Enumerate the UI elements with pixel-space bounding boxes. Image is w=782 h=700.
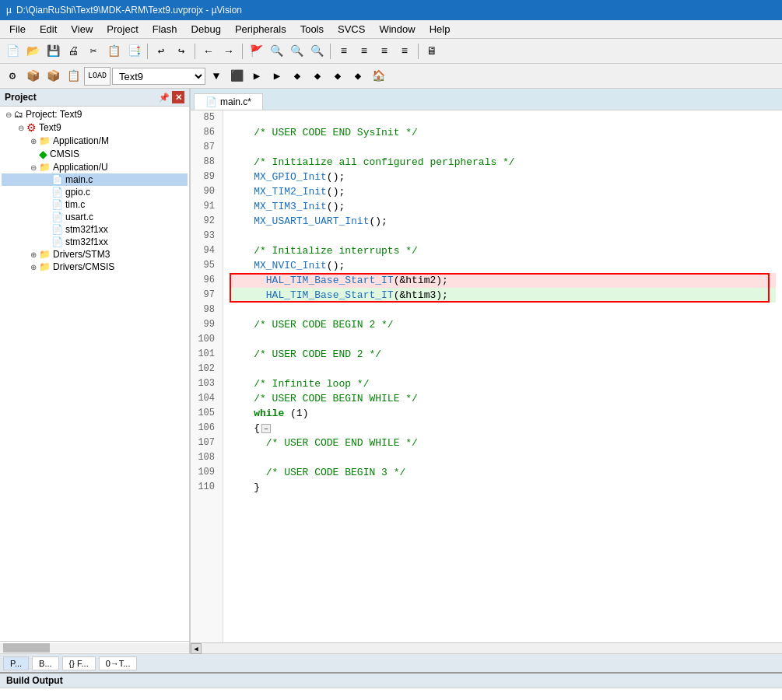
toolbar2-btn2-6[interactable]: ◆ — [328, 67, 347, 86]
toolbar1-btn-15[interactable]: 🔍 — [267, 42, 286, 61]
toolbar1-btn-12[interactable]: → — [219, 42, 238, 61]
menu-item-peripherals[interactable]: Peripherals — [229, 22, 293, 37]
toolbar2-btn2-7[interactable]: ◆ — [349, 67, 367, 86]
line-num-95: 95 — [195, 258, 218, 273]
toolbar2-btn-1[interactable]: 📦 — [23, 67, 42, 86]
line-numbers: 8586878889909192939495969798991001011021… — [191, 110, 223, 642]
menu-item-tools[interactable]: Tools — [294, 22, 330, 37]
tree-item-gpio-c[interactable]: 📄gpio.c — [2, 186, 188, 198]
toolbar1-btn-22[interactable]: ≡ — [395, 42, 414, 61]
toolbar1-btn-2[interactable]: 💾 — [44, 42, 62, 61]
toolbar1-btn-24[interactable]: 🖥 — [423, 42, 441, 61]
tree-expand-text9[interactable]: ⊖ — [16, 124, 26, 132]
tree-item-text9[interactable]: ⊖⚙Text9 — [2, 121, 188, 135]
toolbar1: 📄📂💾🖨✂📋📑↩↪←→🚩🔍🔍🔍≡≡≡≡🖥 — [0, 39, 782, 64]
tree-item-usart-c[interactable]: 📄usart.c — [2, 211, 188, 223]
code-line-104: /* USER CODE BEGIN WHILE */ — [230, 391, 776, 406]
code-line-93 — [230, 229, 776, 243]
toolbar2-btn2-3[interactable]: ▶ — [268, 67, 286, 86]
load-button[interactable]: LOAD — [84, 67, 110, 86]
tree-item-drivers-cmsis[interactable]: ⊕📁Drivers/CMSIS — [2, 261, 188, 273]
menu-item-debug[interactable]: Debug — [185, 22, 227, 37]
toolbar1-btn-20[interactable]: ≡ — [355, 42, 373, 61]
toolbar1-btn-3[interactable]: 🖨 — [64, 42, 82, 61]
tree-item-project-text9[interactable]: ⊖🗂Project: Text9 — [2, 108, 188, 121]
toolbar2-btn2-1[interactable]: ⬛ — [227, 67, 246, 86]
toolbar1-btn-1[interactable]: 📂 — [23, 42, 42, 61]
toolbar1-btn-16[interactable]: 🔍 — [287, 42, 306, 61]
panel-tab-b[interactable]: B... — [32, 656, 59, 670]
toolbar1-btn-19[interactable]: ≡ — [335, 42, 353, 61]
toolbar2-btn-2[interactable]: 📦 — [44, 67, 62, 86]
pin-icon[interactable]: 📌 — [158, 91, 170, 103]
panel-tab-0t[interactable]: 0→T... — [99, 656, 138, 670]
editor-tab-main-c[interactable]: 📄 main.c* — [194, 93, 263, 110]
menu-item-window[interactable]: Window — [373, 22, 421, 37]
line-num-103: 103 — [195, 376, 218, 391]
editor-hscroll[interactable]: ◀ — [191, 642, 782, 653]
tab-file-icon: 📄 — [205, 96, 217, 107]
project-tree: ⊖🗂Project: Text9⊖⚙Text9⊕📁Application/M◆C… — [0, 107, 189, 641]
line-num-97: 97 — [195, 288, 218, 303]
toolbar1-separator — [195, 44, 195, 59]
toolbar1-btn-21[interactable]: ≡ — [375, 42, 394, 61]
tree-item-tim-c[interactable]: 📄tim.c — [2, 198, 188, 211]
tree-icon-application-m: 📁 — [39, 135, 51, 146]
tree-expand-application-u[interactable]: ⊖ — [28, 163, 39, 172]
code-content[interactable]: /* USER CODE END SysInit */ /* Initializ… — [223, 110, 782, 642]
close-project-icon[interactable]: ✕ — [172, 91, 184, 103]
panel-tab-p[interactable]: P... — [3, 656, 29, 670]
menu-item-svcs[interactable]: SVCS — [331, 22, 371, 37]
toolbar2-btn-3[interactable]: 📋 — [64, 67, 82, 86]
toolbar1-btn-11[interactable]: ← — [199, 42, 218, 61]
tree-item-application-u[interactable]: ⊖📁Application/U — [2, 161, 188, 173]
toolbar1-btn-8[interactable]: ↩ — [152, 42, 170, 61]
tree-item-application-m[interactable]: ⊕📁Application/M — [2, 135, 188, 147]
tree-item-stm32f1xx2[interactable]: 📄stm32f1xx — [2, 236, 188, 248]
toolbar1-btn-0[interactable]: 📄 — [3, 42, 22, 61]
toolbar2-btn2-5[interactable]: ◆ — [308, 67, 327, 86]
toolbar2-btn2-0[interactable]: ▼ — [207, 67, 226, 86]
toolbar1-btn-6[interactable]: 📑 — [124, 42, 143, 61]
tree-expand-project-text9[interactable]: ⊖ — [3, 110, 14, 119]
tab-label: main.c* — [220, 96, 251, 107]
tree-expand-drivers-cmsis[interactable]: ⊕ — [28, 263, 39, 271]
toolbar2-btn-0[interactable]: ⚙ — [3, 67, 22, 86]
menu-item-edit[interactable]: Edit — [33, 22, 63, 37]
scroll-left-arrow[interactable]: ◀ — [191, 643, 202, 654]
toolbar1-btn-14[interactable]: 🚩 — [247, 42, 265, 61]
toolbar1-btn-5[interactable]: 📋 — [104, 42, 123, 61]
build-output-header: Build Output — [0, 674, 782, 688]
toolbar1-btn-17[interactable]: 🔍 — [307, 42, 326, 61]
line-num-88: 88 — [195, 155, 218, 170]
menu-item-help[interactable]: Help — [423, 22, 457, 37]
toolbar1-btn-4[interactable]: ✂ — [84, 42, 103, 61]
toolbar1-btn-9[interactable]: ↪ — [172, 42, 191, 61]
panel-tab-f[interactable]: {} F... — [62, 656, 96, 670]
tree-label-cmsis: CMSIS — [50, 149, 79, 159]
toolbar2-btn2-2[interactable]: ▶ — [247, 67, 266, 86]
tree-item-cmsis[interactable]: ◆CMSIS — [2, 147, 188, 161]
menu-item-view[interactable]: View — [65, 22, 99, 37]
line-num-93: 93 — [195, 229, 218, 243]
tree-label-stm32f1xx1: stm32f1xx — [65, 224, 108, 235]
tree-item-stm32f1xx1[interactable]: 📄stm32f1xx — [2, 223, 188, 236]
tree-label-application-m: Application/M — [53, 135, 109, 146]
collapse-marker[interactable]: − — [261, 424, 271, 433]
menu-item-flash[interactable]: Flash — [146, 22, 184, 37]
tree-item-drivers-stm3[interactable]: ⊕📁Drivers/STM3 — [2, 248, 188, 261]
target-selector[interactable]: Text9 — [112, 68, 205, 85]
project-scrollbar[interactable] — [0, 641, 189, 653]
toolbar2-btn2-4[interactable]: ◆ — [288, 67, 307, 86]
code-line-87 — [230, 140, 776, 155]
tree-expand-application-m[interactable]: ⊕ — [28, 137, 39, 145]
menu-item-file[interactable]: File — [3, 22, 32, 37]
menu-item-project[interactable]: Project — [100, 22, 144, 37]
tab-bar: 📄 main.c* — [191, 89, 782, 110]
code-line-109: /* USER CODE BEGIN 3 */ — [230, 465, 776, 480]
tree-item-main-c[interactable]: 📄main.c — [2, 173, 188, 186]
line-num-108: 108 — [195, 450, 218, 465]
tree-expand-drivers-stm3[interactable]: ⊕ — [28, 250, 39, 259]
tree-icon-usart-c: 📄 — [51, 212, 63, 222]
toolbar2-btn2-8[interactable]: 🏠 — [369, 67, 387, 86]
